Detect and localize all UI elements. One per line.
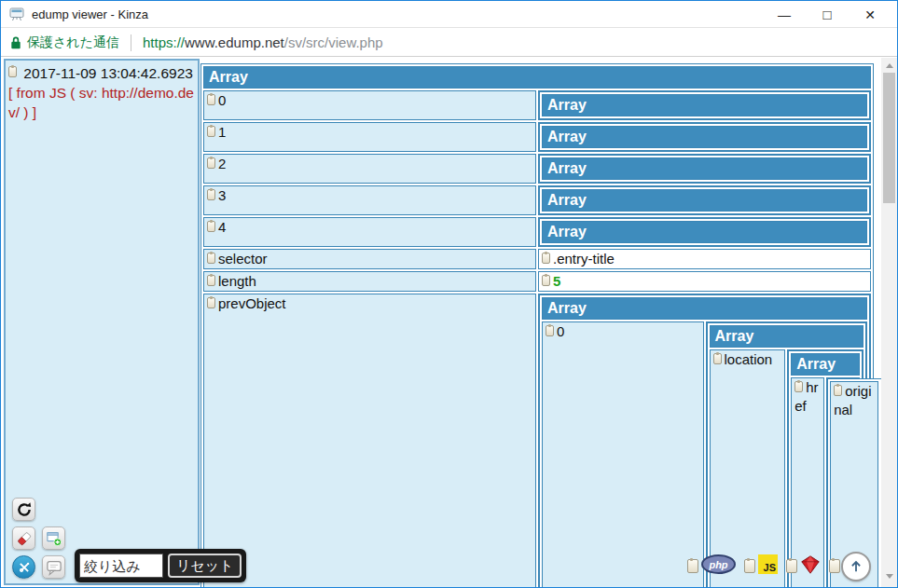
collapsed-array-table: Array xyxy=(539,123,870,151)
comment-button[interactable] xyxy=(42,555,65,579)
new-window-button[interactable] xyxy=(42,526,65,550)
close-button[interactable]: ✕ xyxy=(849,7,891,22)
page-scrollbar[interactable] xyxy=(881,58,897,587)
copy-icon[interactable] xyxy=(207,157,215,169)
value-cell: 5 xyxy=(538,271,871,292)
nested-value-cell: Array xyxy=(538,122,871,152)
key-cell-0[interactable]: 0 xyxy=(203,90,536,120)
copy-icon[interactable] xyxy=(207,297,215,308)
ruby-output-item[interactable] xyxy=(786,554,821,575)
array-table: ArraylocationArrayhreforiginal[ http://d… xyxy=(707,322,867,588)
security-label[interactable]: 保護された通信 xyxy=(27,34,119,51)
array-header[interactable]: Array xyxy=(542,297,867,320)
address-separator xyxy=(131,34,131,51)
dump-timestamp-row: 2017-11-09 13:04:42.6923 xyxy=(8,63,196,83)
minimize-button[interactable]: — xyxy=(763,7,806,22)
scrollbar-up-arrow[interactable] xyxy=(881,58,897,73)
javascript-icon[interactable]: JS xyxy=(758,554,778,574)
dump-row: 0ArraylocationArrayhreforiginal[ http://… xyxy=(542,321,867,588)
dump-row: 3Array xyxy=(203,185,871,215)
copy-icon[interactable] xyxy=(829,559,840,573)
array-header[interactable]: Array xyxy=(542,94,867,116)
filter-reset-button[interactable]: リセット xyxy=(168,554,242,578)
value-number: 5 xyxy=(553,273,560,289)
clear-button[interactable] xyxy=(12,526,35,550)
comment-bubble-icon xyxy=(46,559,62,576)
dump-row: locationArrayhreforiginal[ http://demo.d… xyxy=(710,349,864,588)
collapsed-array-table: Array xyxy=(539,91,870,119)
scroll-to-top-button[interactable] xyxy=(841,552,871,581)
dump-tree: Array0Array1Array2Array3Array4Arrayselec… xyxy=(200,63,874,588)
array-header[interactable]: Array xyxy=(203,66,871,89)
copy-icon[interactable] xyxy=(207,94,215,105)
copy-icon[interactable] xyxy=(542,253,550,264)
array-table: Array0Array1Array2Array3Array4Arrayselec… xyxy=(200,63,874,588)
copy-icon[interactable] xyxy=(834,385,842,396)
app-favicon xyxy=(9,7,24,21)
copy-icon[interactable] xyxy=(786,559,797,573)
tools-icon xyxy=(16,559,33,576)
array-header[interactable]: Array xyxy=(542,221,867,243)
copy-icon[interactable] xyxy=(8,66,17,77)
url-path: /sv/src/view.php xyxy=(284,34,383,50)
js-output-item[interactable]: JS xyxy=(744,554,778,574)
dump-row: 4Array xyxy=(203,217,871,247)
up-arrow-icon xyxy=(848,558,864,575)
key-cell-selector[interactable]: selector xyxy=(203,249,536,269)
key-cell-4[interactable]: 4 xyxy=(203,217,536,247)
copy-icon[interactable] xyxy=(546,325,554,336)
title-bar: edump viewer - Kinza — □ ✕ xyxy=(1,1,897,28)
reload-icon xyxy=(16,501,33,518)
copy-icon[interactable] xyxy=(207,189,215,200)
scrollbar-thumb[interactable] xyxy=(883,73,895,203)
copy-icon[interactable] xyxy=(207,275,215,286)
value-cell: .entry-title xyxy=(538,249,871,269)
new-window-icon xyxy=(46,530,62,547)
copy-icon[interactable] xyxy=(542,275,550,286)
nested-value-cell: Array xyxy=(538,217,871,247)
dump-row: 0Array xyxy=(203,90,871,120)
collapsed-array-table: Array xyxy=(539,155,870,183)
key-cell-3[interactable]: 3 xyxy=(203,185,536,215)
window-title: edump viewer - Kinza xyxy=(32,7,148,21)
array-header[interactable]: Array xyxy=(791,353,860,376)
copy-icon[interactable] xyxy=(744,559,755,573)
copy-icon[interactable] xyxy=(713,353,722,364)
ruby-icon[interactable] xyxy=(800,554,821,575)
secure-lock-icon[interactable] xyxy=(10,35,21,49)
nested-value-cell: Array xyxy=(538,185,871,215)
array-header[interactable]: Array xyxy=(542,126,867,148)
nested-value-cell: Array xyxy=(538,90,871,120)
php-icon[interactable]: php xyxy=(701,554,736,574)
nested-value-cell: Array xyxy=(538,154,871,184)
filter-input[interactable] xyxy=(79,554,163,578)
copy-icon[interactable] xyxy=(207,253,215,264)
key-cell-length[interactable]: length xyxy=(203,271,536,292)
settings-button[interactable] xyxy=(12,555,35,579)
php-output-item[interactable]: php xyxy=(687,554,736,574)
dump-timestamp: 2017-11-09 13:04:42.6923 xyxy=(23,65,193,81)
key-cell-2[interactable]: 2 xyxy=(203,154,536,184)
dump-row: selector.entry-title xyxy=(203,249,871,269)
array-header[interactable]: Array xyxy=(710,325,864,348)
maximize-button[interactable]: □ xyxy=(806,7,849,22)
key-cell-0[interactable]: 0 xyxy=(542,321,704,588)
dump-row: 2Array xyxy=(203,154,871,184)
array-header[interactable]: Array xyxy=(542,189,867,212)
key-cell-prevObject[interactable]: prevObject xyxy=(203,294,536,588)
array-table: Array0ArraylocationArrayhreforiginal[ ht… xyxy=(539,294,870,588)
array-header[interactable]: Array xyxy=(542,157,867,180)
copy-icon[interactable] xyxy=(207,221,215,232)
url-host: www.edump.net xyxy=(185,34,284,50)
filter-box: リセット xyxy=(75,549,246,582)
copy-icon[interactable] xyxy=(794,381,803,392)
reload-button[interactable] xyxy=(12,498,35,521)
key-cell-location[interactable]: location xyxy=(710,349,786,588)
nested-value-cell: Array0ArraylocationArrayhreforiginal[ ht… xyxy=(538,294,871,588)
output-language-switcher: php JS xyxy=(687,554,863,575)
copy-icon[interactable] xyxy=(687,559,698,573)
dump-row: prevObjectArray0ArraylocationArrayhrefor… xyxy=(203,294,871,588)
scrollbar-down-arrow[interactable] xyxy=(881,568,897,583)
key-cell-1[interactable]: 1 xyxy=(203,122,536,152)
copy-icon[interactable] xyxy=(207,126,215,137)
